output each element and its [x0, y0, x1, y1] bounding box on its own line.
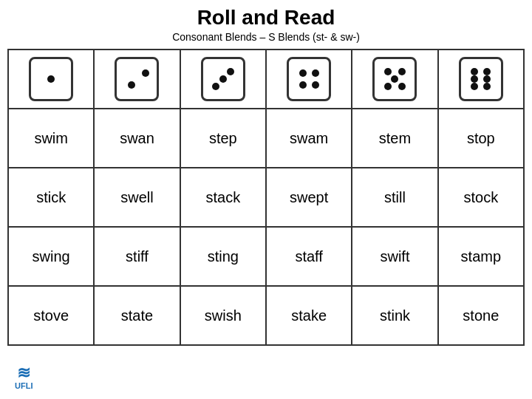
- wave-icon: ≋: [17, 365, 30, 381]
- footer: ≋ UFLI: [7, 362, 40, 393]
- word-cell: still: [352, 168, 437, 227]
- dice-cell: [266, 50, 352, 109]
- word-cell: stamp: [438, 227, 524, 286]
- word-cell: stink: [352, 286, 437, 345]
- word-cell: swish: [180, 286, 266, 345]
- word-cell: stake: [266, 286, 352, 345]
- word-cell: stock: [438, 168, 524, 227]
- word-cell: swift: [352, 227, 437, 286]
- dice-cell: [8, 50, 94, 109]
- word-cell: swept: [266, 168, 352, 227]
- word-cell: stack: [180, 168, 266, 227]
- word-row: stovestateswishstakestinkstone: [8, 286, 524, 345]
- subtitle: Consonant Blends – S Blends (st- & sw-): [172, 31, 360, 43]
- dice-row: [8, 50, 524, 109]
- word-cell: stem: [352, 109, 437, 168]
- dice-cell: [352, 50, 437, 109]
- word-cell: swell: [94, 168, 180, 227]
- dice-cell: [94, 50, 180, 109]
- word-row: swimswanstepswamstemstop: [8, 109, 524, 168]
- word-cell: staff: [266, 227, 352, 286]
- word-cell: stone: [438, 286, 524, 345]
- dice-cell: [438, 50, 524, 109]
- word-cell: stiff: [94, 227, 180, 286]
- word-cell: stove: [8, 286, 94, 345]
- word-cell: swim: [8, 109, 94, 168]
- word-cell: sting: [180, 227, 266, 286]
- word-cell: stick: [8, 168, 94, 227]
- word-cell: swan: [94, 109, 180, 168]
- word-cell: state: [94, 286, 180, 345]
- dice-cell: [180, 50, 266, 109]
- word-row: stickswellstacksweptstillstock: [8, 168, 524, 227]
- word-cell: swam: [266, 109, 352, 168]
- ufli-logo: ≋ UFLI: [15, 365, 33, 390]
- word-row: swingstiffstingstaffswiftstamp: [8, 227, 524, 286]
- word-cell: stop: [438, 109, 524, 168]
- page-title: Roll and Read: [197, 6, 335, 30]
- ufli-text: UFLI: [15, 381, 33, 390]
- main-grid: swimswanstepswamstemstopstickswellstacks…: [7, 49, 525, 346]
- word-cell: step: [180, 109, 266, 168]
- word-cell: swing: [8, 227, 94, 286]
